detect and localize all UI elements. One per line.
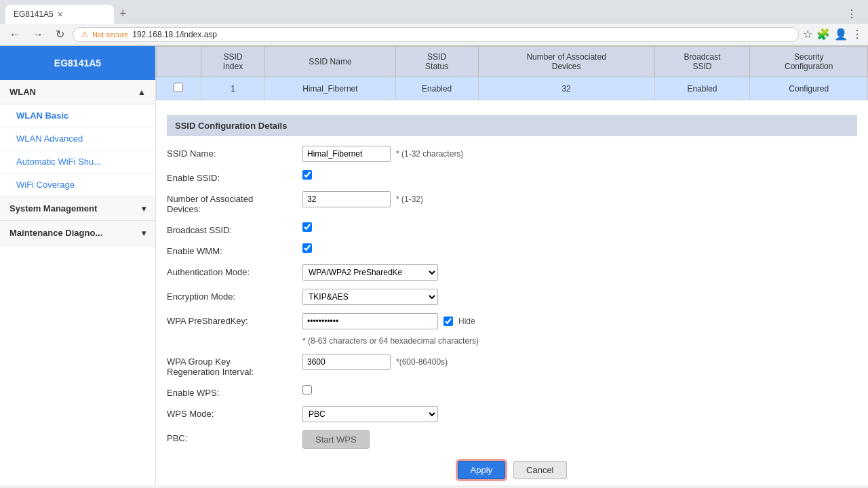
browser-chrome: EG8141A5 × + ⋮ ← → ↻ ⚠ Not secure 192.16… <box>0 0 868 46</box>
num-devices-control: * (1-32) <box>302 191 423 207</box>
browser-tab[interactable]: EG8141A5 × <box>5 5 114 24</box>
enable-ssid-row: Enable SSID: <box>167 170 857 183</box>
address-text[interactable]: 192.168.18.1/index.asp <box>132 30 217 39</box>
sidebar-item-wlan-basic[interactable]: WLAN Basic <box>0 104 155 127</box>
wpa-group-hint: *(600-86400s) <box>396 357 448 367</box>
system-chevron-icon: ▾ <box>142 204 146 214</box>
sidebar-section-system-header[interactable]: System Management ▾ <box>0 197 155 221</box>
refresh-button[interactable]: ↻ <box>52 26 68 42</box>
tab-close-button[interactable]: × <box>58 9 63 20</box>
not-secure-label: Not secure <box>92 30 128 39</box>
num-devices-input[interactable] <box>302 191 391 207</box>
row-checkbox-cell[interactable] <box>157 77 201 100</box>
wlan-chevron-icon: ▲ <box>138 87 146 97</box>
wpa-hide-checkbox[interactable] <box>443 317 453 326</box>
col-security: SecurityConfiguration <box>750 47 868 77</box>
col-ssid-name: SSID Name <box>265 47 395 77</box>
enc-mode-row: Encryption Mode: TKIP&AES TKIP AES <box>167 289 857 305</box>
forward-button[interactable]: → <box>28 27 47 42</box>
col-broadcast: BroadcastSSID <box>654 47 750 77</box>
wps-mode-select[interactable]: PBC PIN <box>302 406 438 422</box>
wps-mode-control: PBC PIN <box>302 406 438 422</box>
enc-mode-label: Encryption Mode: <box>167 289 302 302</box>
row-security: Configured <box>750 77 868 100</box>
wps-mode-label: WPS Mode: <box>167 406 302 419</box>
action-row: Apply Cancel <box>167 461 857 479</box>
ssid-name-label: SSID Name: <box>167 146 302 159</box>
apply-button[interactable]: Apply <box>458 461 506 479</box>
broadcast-ssid-control <box>302 222 312 232</box>
wpa-hide-label: Hide <box>458 317 475 326</box>
sidebar: EG8141A5 WLAN ▲ WLAN Basic WLAN Advanced… <box>0 46 156 485</box>
broadcast-ssid-label: Broadcast SSID: <box>167 222 302 235</box>
num-devices-label: Number of AssociatedDevices: <box>167 191 302 214</box>
sidebar-section-maintenance: Maintenance Diagno... ▾ <box>0 221 155 245</box>
sidebar-item-wifi-coverage[interactable]: WiFi Coverage <box>0 174 155 197</box>
enable-wmm-control <box>302 243 312 253</box>
sidebar-section-wlan-label: WLAN <box>9 87 36 97</box>
enable-wps-row: Enable WPS: <box>167 385 857 398</box>
wpa-key-label: WPA PreSharedKey: <box>167 313 302 326</box>
wpa-group-input[interactable] <box>302 354 391 370</box>
enc-mode-select[interactable]: TKIP&AES TKIP AES <box>302 289 438 305</box>
sidebar-item-wlan-basic-label: WLAN Basic <box>16 110 68 121</box>
enable-ssid-label: Enable SSID: <box>167 170 302 183</box>
auth-mode-select[interactable]: WPA/WPA2 PreSharedKe None WEP WPA-PSK WP… <box>302 264 438 281</box>
wpa-group-control: *(600-86400s) <box>302 354 448 370</box>
row-checkbox[interactable] <box>174 83 183 92</box>
wps-mode-row: WPS Mode: PBC PIN <box>167 406 857 422</box>
enable-ssid-checkbox[interactable] <box>302 170 312 180</box>
config-title: SSID Configuration Details <box>167 115 857 136</box>
auth-mode-row: Authentication Mode: WPA/WPA2 PreSharedK… <box>167 264 857 281</box>
page: EG8141A5 WLAN ▲ WLAN Basic WLAN Advanced… <box>0 46 868 485</box>
ssid-name-hint: * (1-32 characters) <box>396 149 463 159</box>
col-checkbox <box>157 47 201 77</box>
start-wps-button[interactable]: Start WPS <box>302 430 370 449</box>
enable-ssid-control <box>302 170 312 180</box>
wpa-key-control: Hide * (8-63 characters or 64 hexadecima… <box>302 313 608 346</box>
wpa-key-hint: * (8-63 characters or 64 hexadecimal cha… <box>302 336 608 346</box>
maintenance-chevron-icon: ▾ <box>142 228 146 238</box>
broadcast-ssid-row: Broadcast SSID: <box>167 222 857 235</box>
row-status: Enabled <box>395 77 478 100</box>
sidebar-section-wlan-header[interactable]: WLAN ▲ <box>0 80 155 104</box>
broadcast-ssid-checkbox[interactable] <box>302 222 312 232</box>
col-ssid-index: SSIDIndex <box>201 47 265 77</box>
new-tab-button[interactable]: + <box>114 4 132 24</box>
wpa-group-label: WPA Group KeyRegeneration Interval: <box>167 354 302 377</box>
cancel-button[interactable]: Cancel <box>513 461 566 479</box>
ssid-name-input[interactable] <box>302 146 391 162</box>
sidebar-logo: EG8141A5 <box>0 46 155 80</box>
sidebar-item-auto-wifi[interactable]: Automatic WiFi Shu... <box>0 150 155 174</box>
profile-icon[interactable]: 👤 <box>834 28 848 41</box>
enable-wmm-checkbox[interactable] <box>302 243 312 253</box>
pbc-control: Start WPS <box>302 430 370 449</box>
table-row[interactable]: 1 Himal_Fibernet Enabled 32 Enabled Conf… <box>157 77 868 100</box>
enc-mode-control: TKIP&AES TKIP AES <box>302 289 438 305</box>
back-button[interactable]: ← <box>5 27 24 42</box>
config-section: SSID Configuration Details SSID Name: * … <box>156 108 868 485</box>
address-bar[interactable]: ⚠ Not secure 192.168.18.1/index.asp <box>73 27 799 42</box>
col-num-devices: Number of AssociatedDevices <box>478 47 654 77</box>
pbc-row: PBC: Start WPS <box>167 430 857 449</box>
ssid-name-control: * (1-32 characters) <box>302 146 463 162</box>
sidebar-item-wifi-coverage-label: WiFi Coverage <box>16 180 75 190</box>
tab-title: EG8141A5 <box>14 9 54 19</box>
extensions-area: ⋮ <box>846 7 857 20</box>
menu-icon[interactable]: ⋮ <box>852 28 863 41</box>
wpa-key-row: WPA PreSharedKey: Hide * (8-63 character… <box>167 313 857 346</box>
sidebar-section-maintenance-header[interactable]: Maintenance Diagno... ▾ <box>0 221 155 245</box>
not-secure-icon: ⚠ <box>81 30 88 39</box>
auth-mode-control: WPA/WPA2 PreSharedKe None WEP WPA-PSK WP… <box>302 264 438 281</box>
bookmark-icon[interactable]: ☆ <box>803 28 812 41</box>
enable-wps-checkbox[interactable] <box>302 385 312 394</box>
sidebar-section-wlan: WLAN ▲ WLAN Basic WLAN Advanced Automati… <box>0 80 155 197</box>
extensions-icon[interactable]: 🧩 <box>816 28 830 41</box>
enable-wmm-row: Enable WMM: <box>167 243 857 256</box>
wpa-key-input[interactable] <box>302 313 438 329</box>
sidebar-item-wlan-advanced[interactable]: WLAN Advanced <box>0 127 155 150</box>
row-broadcast: Enabled <box>654 77 750 100</box>
pbc-label: PBC: <box>167 430 302 443</box>
row-devices: 32 <box>478 77 654 100</box>
sidebar-item-wlan-advanced-label: WLAN Advanced <box>16 134 83 144</box>
